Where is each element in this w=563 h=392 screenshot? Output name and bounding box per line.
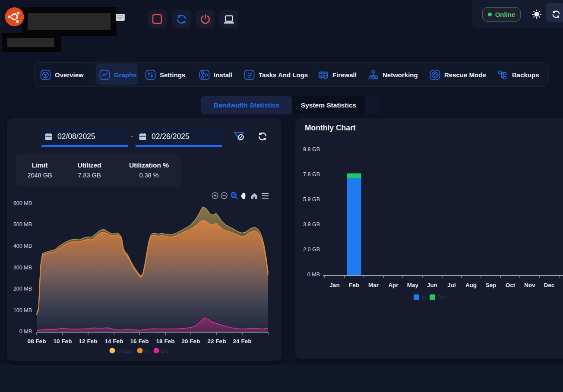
svg-text:20 Feb: 20 Feb [182,338,200,345]
svg-text:08 Feb: 08 Feb [28,338,46,345]
svg-text:400 MB: 400 MB [13,243,32,249]
svg-text:300 MB: 300 MB [13,265,32,271]
svg-text:Out: Out [161,348,170,354]
svg-text:18 Feb: 18 Feb [156,338,175,345]
svg-text:In: In [145,348,149,354]
svg-text:500 MB: 500 MB [13,221,32,228]
svg-text:Usage: Usage [117,348,133,354]
svg-text:22 Feb: 22 Feb [208,338,226,345]
svg-text:12 Feb: 12 Feb [79,338,98,345]
svg-text:14 Feb: 14 Feb [105,338,123,345]
svg-text:100 MB: 100 MB [13,307,32,313]
svg-text:200 MB: 200 MB [13,286,32,292]
svg-text:24 Feb: 24 Feb [233,338,252,345]
svg-text:0 MB: 0 MB [19,329,32,335]
svg-text:16 Feb: 16 Feb [130,338,149,345]
svg-text:10 Feb: 10 Feb [54,338,72,345]
svg-text:600 MB: 600 MB [13,200,32,206]
